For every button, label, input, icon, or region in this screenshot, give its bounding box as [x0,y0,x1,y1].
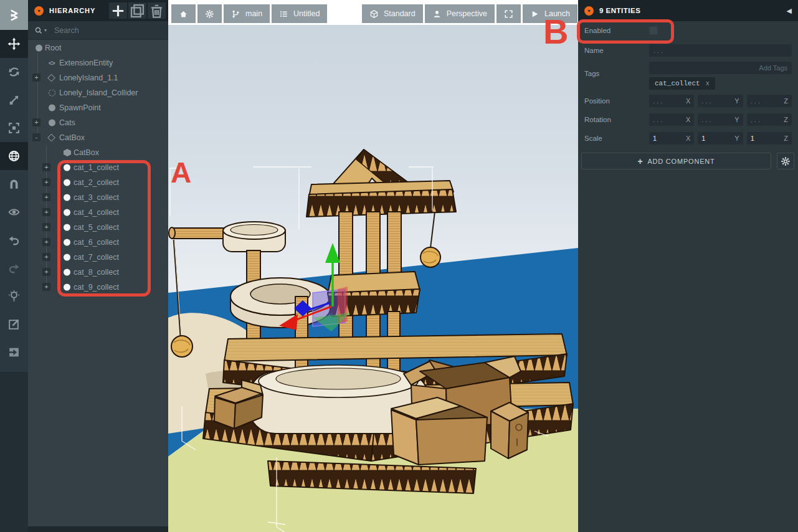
expand-toggle[interactable]: + [32,118,40,126]
scale-label: Scale [584,135,649,142]
tree-item-lonely-island-collider[interactable]: Lonely_Island_Collider [28,85,168,100]
rotation-z-input[interactable]: . . .Z [747,113,792,126]
tree-item-label: cat_9_collect [74,283,119,292]
duplicate-icon [128,2,146,20]
vector-value: . . . [751,116,760,123]
frame-selection-tool[interactable] [0,114,28,142]
play-icon [530,9,539,19]
rotation-row: Rotation. . .X. . .Y. . .Z [584,113,792,126]
position-label: Position [584,97,649,105]
move-tool[interactable] [0,30,28,58]
launch-button[interactable]: Launch [523,4,577,23]
tree-item-catbox[interactable]: CatBox [28,145,168,160]
collapse-toggle[interactable]: - [32,133,40,141]
enabled-row: Enabled [584,26,792,35]
scale-y-input[interactable]: 1Y [698,132,743,145]
viewport[interactable]: mainUntitled StandardPerspectiveLaunch [168,0,578,532]
hierarchy-scrollbar[interactable] [28,526,168,532]
rotation-y-input[interactable]: . . .Y [698,113,743,126]
expand-toggle[interactable]: + [42,223,50,231]
expand-toggle[interactable]: + [42,178,50,186]
expand-toggle[interactable]: + [42,208,50,216]
add-tags-input[interactable]: Add Tags [649,62,792,74]
tree-item-label: Root [45,44,61,52]
template-entity-icon [49,135,54,141]
rotate-tool[interactable] [0,58,28,86]
entity-icon [64,179,70,186]
publish-button[interactable] [0,338,28,366]
hierarchy-search[interactable]: ▾ Search [28,21,168,40]
delete-entity-button[interactable] [148,2,166,19]
collapse-panel-icon[interactable]: ◀ [787,7,792,15]
search-icon [34,26,43,35]
expand-toggle[interactable]: + [42,163,50,171]
world-space-toggle[interactable] [0,142,28,170]
expand-toggle[interactable]: + [32,74,40,82]
position-x-input[interactable]: . . .X [649,95,694,107]
tree-item-cat-3-collect[interactable]: +cat_3_collect [28,190,168,205]
render-mode-button[interactable]: Standard [362,4,423,23]
enabled-checkbox[interactable] [649,26,658,35]
render-mode-button-label: Standard [384,9,416,18]
duplicate-entity-button[interactable] [128,2,146,19]
home-icon [179,9,188,19]
tree-item-lonelyisland-1-1[interactable]: +LonelyIsland_1.1 [28,70,168,85]
tree-item-cat-8-collect[interactable]: +cat_8_collect [28,265,168,280]
tree-item-cat-6-collect[interactable]: +cat_6_collect [28,235,168,250]
viewport-canvas[interactable] [168,25,578,532]
playcanvas-logo[interactable] [0,0,28,30]
tag-chip[interactable]: cat_collectx [649,77,715,90]
expand-toggle[interactable]: + [42,253,50,261]
tree-item-cat-2-collect[interactable]: +cat_2_collect [28,175,168,190]
search-filter-caret[interactable]: ▾ [44,27,47,33]
tree-item-cat-7-collect[interactable]: +cat_7_collect [28,250,168,265]
axis-label: Z [784,135,788,142]
tree-item-label: cat_1_collect [74,163,119,172]
camera-mode-button[interactable]: Perspective [425,4,495,23]
visibility-toggle[interactable] [0,198,28,226]
tree-item-cat-9-collect[interactable]: +cat_9_collect [28,280,168,295]
entity-settings-button[interactable] [777,153,794,169]
hierarchy-title: HIERARCHY [49,7,108,14]
branch-button[interactable]: main [224,4,270,23]
fullscreen-button[interactable] [496,4,521,23]
rotate-icon [7,65,21,78]
snap-tool[interactable] [0,170,28,198]
entity-icon [64,269,70,276]
fullscreen-icon [504,9,513,19]
remove-tag-icon[interactable]: x [706,80,710,87]
redo-button[interactable] [0,254,28,282]
tree-item-extensionentity[interactable]: <>ExtensionEntity [28,55,168,70]
home-button[interactable] [171,4,196,23]
tree-item-cat-5-collect[interactable]: +cat_5_collect [28,220,168,235]
scene-list-button[interactable]: Untitled [272,4,327,23]
rotation-x-input[interactable]: . . .X [649,113,694,126]
scale-x-input[interactable]: 1X [649,132,694,145]
settings-button[interactable] [197,4,222,23]
scale-tool[interactable] [0,86,28,114]
add-component-button[interactable]: + ADD COMPONENT [581,153,771,169]
expand-toggle[interactable]: + [42,268,50,276]
tree-item-cats[interactable]: +Cats [28,115,168,130]
add-entity-button[interactable] [109,2,127,19]
position-row: Position. . .X. . .Y. . .Z [584,95,792,107]
scale-z-input[interactable]: 1Z [747,132,792,145]
name-input[interactable]: . . . [649,44,792,57]
entity-tree: Root<>ExtensionEntity+LonelyIsland_1.1Lo… [28,40,168,295]
tree-item-root[interactable]: Root [28,40,168,55]
position-z-input[interactable]: . . .Z [747,95,792,107]
expand-toggle[interactable]: + [42,238,50,246]
tree-item-catbox[interactable]: -CatBox [28,130,168,145]
entity-icon [49,105,55,112]
bake-lighting-button[interactable] [0,282,28,310]
tree-item-cat-4-collect[interactable]: +cat_4_collect [28,205,168,220]
expand-toggle[interactable]: + [42,283,50,291]
position-y-input[interactable]: . . .Y [698,95,743,107]
expand-toggle[interactable]: + [42,193,50,201]
rotation-label: Rotation [584,116,649,123]
undo-button[interactable] [0,226,28,254]
code-editor-button[interactable] [0,310,28,338]
tree-item-cat-1-collect[interactable]: +cat_1_collect [28,160,168,175]
axis-label: Y [734,116,739,123]
tree-item-spawnpoint[interactable]: SpawnPoint [28,100,168,115]
